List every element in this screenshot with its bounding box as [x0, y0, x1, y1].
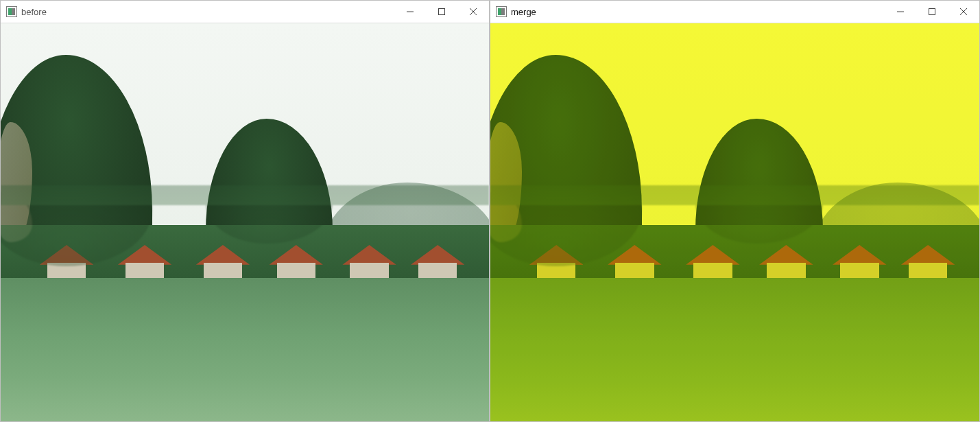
close-button[interactable]: [948, 1, 979, 23]
image-viewport-merge: [490, 23, 979, 421]
window-before: before: [0, 0, 490, 422]
window-controls: [394, 1, 489, 23]
desktop: before: [0, 0, 980, 422]
close-button[interactable]: [457, 1, 489, 23]
minimize-button[interactable]: [885, 1, 916, 23]
svg-rect-5: [929, 9, 935, 15]
app-icon: [6, 6, 17, 17]
window-title: merge: [511, 7, 536, 17]
image-viewport-before: [1, 23, 489, 421]
minimize-button[interactable]: [394, 1, 426, 23]
image-content: [490, 23, 979, 421]
image-content: [1, 23, 489, 421]
svg-rect-1: [439, 9, 445, 15]
app-icon: [496, 6, 507, 17]
titlebar-before[interactable]: before: [1, 1, 489, 23]
maximize-button[interactable]: [916, 1, 948, 23]
titlebar-merge[interactable]: merge: [490, 1, 979, 23]
window-controls: [885, 1, 979, 23]
maximize-button[interactable]: [426, 1, 457, 23]
window-merge: merge: [490, 0, 980, 422]
window-title: before: [21, 7, 47, 17]
